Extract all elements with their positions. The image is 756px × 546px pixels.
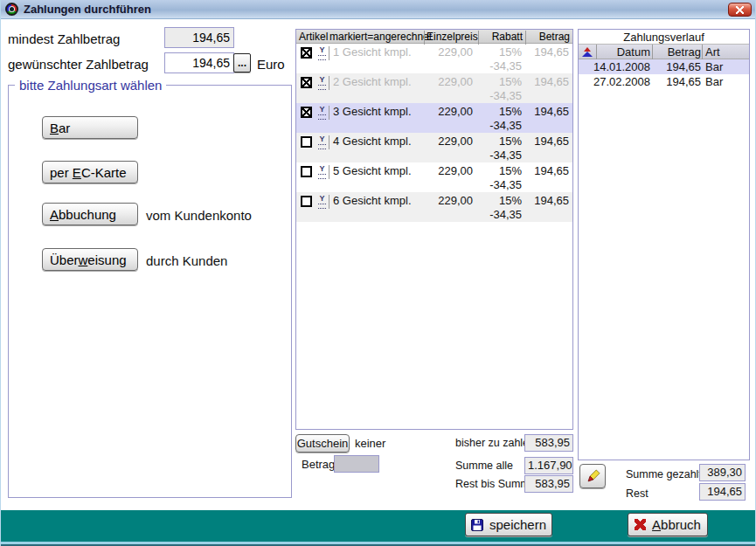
edit-payment-button[interactable] bbox=[579, 464, 606, 488]
row-checkbox[interactable] bbox=[301, 166, 312, 177]
row-checkbox[interactable] bbox=[301, 107, 312, 118]
allocation-icon[interactable] bbox=[317, 165, 329, 179]
allocation-icon[interactable] bbox=[317, 46, 329, 60]
cancel-label: Abbruch bbox=[652, 517, 701, 532]
history-row[interactable]: 27.02.2008 194,65 Bar bbox=[579, 74, 749, 89]
article-discount-pct: 15% bbox=[478, 135, 522, 148]
allocation-icon[interactable] bbox=[317, 135, 329, 149]
article-discount-abs: -34,35 bbox=[469, 59, 522, 73]
article-name: 1 Gesicht kmpl. bbox=[333, 45, 412, 59]
article-discount-pct: 15% bbox=[478, 164, 522, 177]
row-checkbox[interactable] bbox=[301, 47, 312, 59]
total-rest-label: Rest bis Summe bbox=[455, 478, 536, 490]
article-discount-abs: -34,35 bbox=[469, 178, 522, 191]
article-price: 229,00 bbox=[420, 105, 473, 118]
desired-amount-field[interactable] bbox=[164, 52, 234, 73]
pay-debit-button[interactable]: Abbuchung bbox=[42, 203, 138, 225]
allocation-icon[interactable] bbox=[317, 76, 329, 90]
header-betrag[interactable]: Betrag bbox=[527, 31, 570, 43]
article-name: 4 Gesicht kmpl. bbox=[333, 135, 412, 148]
header-artikel[interactable]: Artikel bbox=[299, 31, 328, 43]
article-row-selected[interactable]: 3 Gesicht kmpl. 229,00 15% -34,35 194,65 bbox=[296, 103, 572, 133]
history-art: Bar bbox=[705, 75, 723, 88]
history-header-datum[interactable]: Datum bbox=[587, 45, 650, 59]
history-datum: 14.01.2008 bbox=[587, 60, 650, 73]
article-discount-abs: -34,35 bbox=[469, 119, 522, 132]
history-art: Bar bbox=[705, 60, 723, 73]
cancel-button[interactable]: Abbruch bbox=[628, 513, 708, 536]
article-name: 3 Gesicht kmpl. bbox=[333, 105, 412, 118]
app-icon bbox=[5, 3, 18, 16]
article-discount-pct: 15% bbox=[478, 75, 522, 88]
article-price: 229,00 bbox=[420, 75, 473, 88]
history-header-art[interactable]: Art bbox=[705, 45, 720, 59]
article-discount-pct: 15% bbox=[478, 105, 522, 118]
allocation-icon[interactable] bbox=[317, 106, 329, 120]
total-due-label: bisher zu zahlen bbox=[455, 437, 535, 449]
pay-ec-card-button[interactable]: per EC-Karte bbox=[42, 161, 138, 183]
article-discount-pct: 15% bbox=[478, 45, 522, 59]
article-discount-abs: -34,35 bbox=[469, 208, 522, 221]
article-price: 229,00 bbox=[420, 194, 473, 207]
pay-transfer-button[interactable]: Überweisung bbox=[42, 248, 138, 271]
article-amount: 194,65 bbox=[524, 45, 569, 59]
row-checkbox[interactable] bbox=[301, 196, 312, 207]
cancel-x-icon bbox=[635, 519, 646, 530]
row-checkbox[interactable] bbox=[301, 77, 312, 88]
voucher-status: keiner bbox=[355, 437, 385, 450]
total-all-field: 1.167,90 bbox=[524, 457, 573, 474]
debit-note: vom Kundenkonto bbox=[146, 208, 252, 223]
article-amount: 194,65 bbox=[524, 105, 569, 118]
history-row[interactable]: 14.01.2008 194,65 Bar bbox=[579, 59, 749, 74]
article-row[interactable]: 2 Gesicht kmpl. 229,00 15% -34,35 194,65 bbox=[296, 73, 572, 103]
header-rabatt[interactable]: Rabatt bbox=[480, 31, 523, 43]
transfer-note: durch Kunden bbox=[146, 253, 227, 268]
article-name: 5 Gesicht kmpl. bbox=[333, 164, 412, 177]
history-datum: 27.02.2008 bbox=[587, 75, 650, 88]
article-amount: 194,65 bbox=[524, 135, 569, 148]
article-discount-abs: -34,35 bbox=[469, 89, 522, 102]
article-amount: 194,65 bbox=[524, 75, 569, 88]
title-bar: Zahlungen durchführen bbox=[1, 0, 756, 19]
close-icon bbox=[736, 6, 744, 14]
header-markiert[interactable]: markiert=angerechnet bbox=[329, 31, 432, 43]
allocation-icon[interactable] bbox=[317, 195, 329, 209]
history-betrag: 194,65 bbox=[652, 75, 701, 88]
history-header: Datum Betrag Art bbox=[579, 45, 749, 59]
total-rest-field: 583,95 bbox=[524, 475, 573, 493]
min-amount-label: mindest Zahlbetrag bbox=[8, 31, 120, 46]
article-row[interactable]: 5 Gesicht kmpl. 229,00 15% -34,35 194,65 bbox=[296, 162, 572, 192]
row-checkbox[interactable] bbox=[301, 136, 312, 148]
close-button[interactable] bbox=[728, 3, 752, 17]
save-label: speichern bbox=[489, 517, 546, 532]
desired-amount-label: gewünschter Zahlbetrag bbox=[8, 57, 149, 72]
payment-method-group bbox=[8, 85, 292, 498]
payment-dialog-window: Zahlungen durchführen mindest Zahlbetrag… bbox=[0, 0, 756, 546]
article-amount: 194,65 bbox=[524, 164, 569, 177]
article-row[interactable]: 1 Gesicht kmpl. 229,00 15% -34,35 194,65 bbox=[296, 44, 572, 73]
articles-table-header: Artikel markiert=angerechnet Einzelpreis… bbox=[296, 30, 572, 44]
voucher-amount-field bbox=[334, 455, 379, 473]
article-discount-pct: 15% bbox=[478, 194, 522, 207]
article-price: 229,00 bbox=[420, 135, 473, 148]
payment-history-panel: Zahlungsverlauf Datum Betrag Art 14.01.2… bbox=[578, 29, 750, 460]
article-price: 229,00 bbox=[420, 45, 473, 59]
article-amount: 194,65 bbox=[524, 194, 569, 207]
window-title: Zahlungen durchführen bbox=[24, 3, 151, 16]
header-einzelpreis[interactable]: Einzelpreis bbox=[427, 31, 475, 43]
save-button[interactable]: speichern bbox=[465, 513, 552, 536]
article-name: 6 Gesicht kmpl. bbox=[333, 194, 412, 207]
article-row[interactable]: 6 Gesicht kmpl. 229,00 15% -34,35 194,65 bbox=[296, 192, 572, 222]
article-price: 229,00 bbox=[420, 164, 473, 177]
currency-label: Euro bbox=[257, 57, 285, 72]
voucher-button[interactable]: Gutschein bbox=[295, 434, 350, 453]
article-row[interactable]: 4 Gesicht kmpl. 229,00 15% -34,35 194,65 bbox=[296, 133, 572, 162]
pay-cash-button[interactable]: Bar bbox=[42, 116, 138, 139]
ellipsis-button[interactable]: ... bbox=[233, 53, 251, 73]
rest-field: 194,65 bbox=[699, 483, 746, 501]
history-betrag: 194,65 bbox=[652, 60, 701, 73]
history-header-betrag[interactable]: Betrag bbox=[652, 45, 701, 59]
total-all-label: Summe alle bbox=[455, 460, 513, 472]
min-amount-field bbox=[164, 27, 234, 48]
article-discount-abs: -34,35 bbox=[469, 149, 522, 162]
